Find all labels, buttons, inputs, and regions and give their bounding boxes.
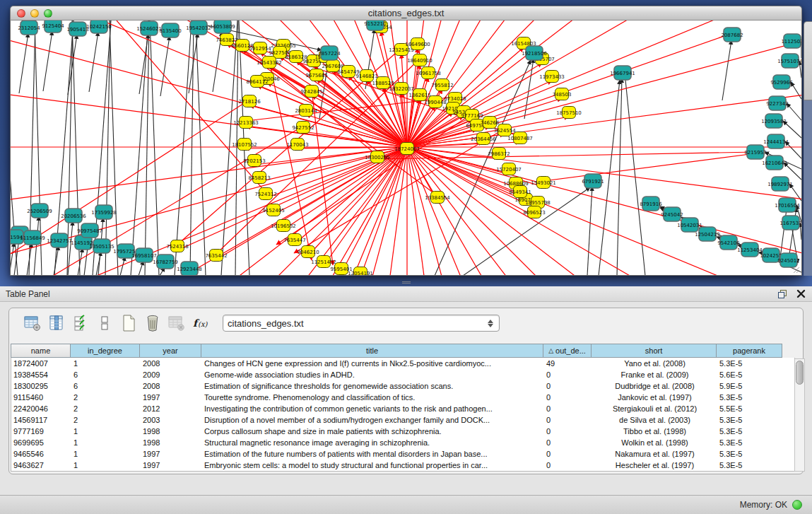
graph-node[interactable]: 15751074 bbox=[777, 54, 801, 68]
graph-node[interactable]: 7635442 bbox=[205, 250, 227, 262]
float-window-icon[interactable] bbox=[777, 288, 787, 299]
graph-node[interactable]: 15493021 bbox=[531, 177, 556, 189]
graph-node[interactable]: 12923448 bbox=[177, 262, 202, 276]
table-row[interactable]: 911546021997Tourette syndrome. Phenomeno… bbox=[11, 392, 794, 403]
graph-node[interactable]: 16053809 bbox=[210, 21, 235, 33]
table-scrollbar[interactable] bbox=[794, 358, 805, 472]
graph-node[interactable]: 7524312 bbox=[254, 188, 276, 200]
column-header-name[interactable]: name bbox=[11, 344, 71, 358]
graph-node[interactable]: 8791916 bbox=[640, 197, 662, 211]
window-titlebar[interactable]: citations_edges.txt bbox=[10, 6, 802, 21]
svg-text:746266: 746266 bbox=[481, 120, 500, 126]
table-row[interactable]: 1938455462009Genome-wide association stu… bbox=[11, 369, 794, 380]
new-column-icon[interactable] bbox=[117, 312, 141, 334]
network-canvas[interactable]: 1872400774638228660128591295423226055982… bbox=[10, 21, 802, 276]
function-builder-icon[interactable]: f(x) bbox=[189, 312, 213, 334]
graph-node[interactable]: 9245042 bbox=[661, 207, 683, 221]
graph-node[interactable]: 9529966 bbox=[770, 75, 793, 89]
row-height-icon[interactable] bbox=[93, 312, 117, 334]
graph-node[interactable]: 15246021 bbox=[136, 21, 162, 35]
graph-node[interactable]: 8458213 bbox=[248, 172, 270, 184]
column-header-pagerank[interactable]: pagerank bbox=[717, 344, 782, 358]
close-panel-icon[interactable] bbox=[796, 288, 806, 299]
graph-node[interactable]: 9227342 bbox=[766, 96, 788, 110]
graph-node[interactable]: 7635447 bbox=[283, 234, 305, 246]
graph-node[interactable]: 11253404 bbox=[737, 243, 763, 257]
citation-network-graph[interactable]: 1872400774638228660128591295423226055982… bbox=[11, 21, 801, 276]
graph-node[interactable]: 18640910 bbox=[407, 54, 433, 66]
graph-node[interactable]: 18757510 bbox=[556, 107, 582, 119]
table-cell-year: 1997 bbox=[141, 392, 202, 403]
graph-node[interactable]: 9125404 bbox=[42, 21, 64, 33]
graph-node[interactable]: 19542032 bbox=[186, 21, 211, 35]
graph-node[interactable]: 6791921 bbox=[582, 174, 604, 188]
graph-node[interactable]: 12093582 bbox=[761, 114, 787, 128]
table-row[interactable]: 2242004622012Investigating the contribut… bbox=[11, 403, 794, 414]
minimize-window-button[interactable] bbox=[30, 9, 39, 18]
table-row[interactable]: 946554611997Estimation of the future num… bbox=[11, 448, 794, 460]
table-cell-out_de: 0 bbox=[544, 460, 592, 471]
column-header-title[interactable]: title bbox=[201, 344, 543, 358]
table-row[interactable]: 1456911722003Disruption of a novel membe… bbox=[11, 414, 794, 426]
graph-node[interactable]: 2087682 bbox=[721, 28, 743, 42]
graph-node[interactable]: 20206536 bbox=[61, 209, 86, 223]
window-resize-grip[interactable] bbox=[792, 265, 800, 274]
svg-text:18757510: 18757510 bbox=[556, 110, 582, 116]
table-row[interactable]: 977716911998Corpus callosum shape and si… bbox=[11, 426, 794, 437]
svg-text:7635447: 7635447 bbox=[283, 238, 305, 243]
scrollbar-thumb[interactable] bbox=[796, 361, 804, 385]
column-header-in_degree[interactable]: in_degree bbox=[71, 344, 140, 358]
graph-node[interactable]: 1167533 bbox=[779, 216, 801, 230]
column-header-out_de[interactable]: △out_de... bbox=[543, 344, 592, 358]
graph-node[interactable]: 9427552 bbox=[292, 122, 314, 134]
graph-node[interactable]: 19667941 bbox=[610, 66, 635, 80]
table-row[interactable]: 1872400712008Changes of HCN gene express… bbox=[11, 358, 794, 369]
select-rows-icon[interactable] bbox=[69, 312, 93, 334]
graph-node[interactable]: 1112503 bbox=[781, 34, 801, 48]
table-row[interactable]: 946362711997Embryonic stem cells: a mode… bbox=[11, 460, 794, 471]
graph-node[interactable]: 19892971 bbox=[767, 177, 793, 191]
table-cell-out_de: 49 bbox=[544, 358, 592, 369]
graph-node[interactable]: 748503 bbox=[553, 88, 572, 100]
table-selector[interactable]: citations_edges.txt bbox=[223, 315, 500, 332]
table-header-row: namein_degreeyeartitle△out_de...shortpag… bbox=[11, 344, 795, 358]
panel-splitter-handle[interactable] bbox=[402, 281, 411, 285]
table-cell-in_degree: 1 bbox=[71, 426, 141, 437]
graph-node[interactable]: 8135400 bbox=[159, 23, 181, 37]
svg-text:8458213: 8458213 bbox=[248, 175, 270, 181]
graph-node[interactable]: 1905413 bbox=[66, 22, 88, 36]
svg-text:15751074: 15751074 bbox=[777, 59, 801, 64]
graph-node[interactable]: 8215953 bbox=[744, 145, 766, 159]
column-edit-icon[interactable] bbox=[45, 312, 69, 334]
svg-text:1112503: 1112503 bbox=[781, 39, 801, 45]
svg-text:7955812: 7955812 bbox=[431, 83, 453, 88]
delete-column-icon[interactable] bbox=[141, 312, 165, 334]
graph-node[interactable]: 7857224 bbox=[318, 46, 341, 60]
graph-node[interactable]: 9152210 bbox=[364, 21, 386, 30]
graph-node[interactable]: 19384554 bbox=[425, 192, 450, 204]
svg-text:18640910: 18640910 bbox=[407, 58, 433, 64]
svg-text:8096523: 8096523 bbox=[523, 210, 545, 216]
column-header-short[interactable]: short bbox=[592, 344, 717, 358]
graph-node[interactable]: 9202153 bbox=[243, 155, 265, 167]
column-header-year[interactable]: year bbox=[140, 344, 201, 358]
delete-table-icon[interactable] bbox=[165, 312, 189, 334]
table-row[interactable]: 1830029562008Estimation of significance … bbox=[11, 380, 794, 392]
close-window-button[interactable] bbox=[17, 9, 25, 18]
graph-node[interactable]: 10196532 bbox=[271, 220, 296, 232]
graph-node[interactable]: 12444134 bbox=[763, 134, 789, 148]
zoom-window-button[interactable] bbox=[44, 9, 52, 18]
graph-node[interactable]: 15720407 bbox=[496, 163, 522, 175]
table-settings-icon[interactable] bbox=[20, 312, 45, 334]
graph-node[interactable]: 17359928 bbox=[91, 205, 117, 219]
graph-node[interactable]: 7524318 bbox=[166, 240, 188, 252]
graph-node[interactable]: 2312054 bbox=[18, 21, 40, 35]
memory-status-indicator[interactable] bbox=[792, 500, 802, 510]
graph-node[interactable]: 16210643 bbox=[762, 156, 787, 170]
graph-node[interactable]: 746266 bbox=[481, 117, 500, 129]
graph-node[interactable]: 10242150 bbox=[86, 21, 112, 33]
table-row[interactable]: 969969511998Structural magnetic resonanc… bbox=[11, 437, 794, 448]
table-cell-year: 2008 bbox=[141, 380, 202, 392]
graph-node[interactable]: 11973433 bbox=[539, 71, 565, 83]
network-view-window[interactable]: citations_edges.txt 18724007746382286601… bbox=[10, 6, 802, 276]
